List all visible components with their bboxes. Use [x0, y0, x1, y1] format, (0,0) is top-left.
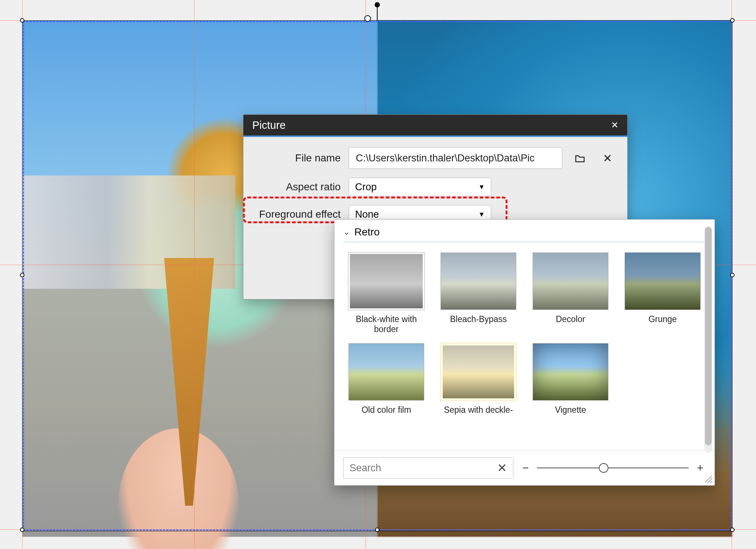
effect-thumbnail [348, 343, 424, 401]
aspect-ratio-dropdown[interactable]: Crop ▼ [349, 178, 491, 196]
effects-popup: ⌄ Retro Black-white with border Bleach-B… [334, 219, 715, 486]
zoom-in-button[interactable]: + [695, 462, 706, 474]
effect-black-white-border[interactable]: Black-white with border [345, 252, 428, 334]
effects-category-title: Retro [354, 226, 379, 238]
effect-label: Decolor [556, 314, 585, 324]
panel-titlebar[interactable]: Picture ✕ [243, 115, 627, 137]
effect-grunge[interactable]: Grunge [621, 252, 704, 334]
effect-label: Vignette [555, 405, 586, 415]
clear-search-icon[interactable]: ✕ [497, 461, 507, 475]
effect-label: Grunge [648, 314, 677, 324]
thumbnail-zoom: − + [520, 462, 706, 474]
effect-thumbnail [348, 252, 424, 310]
aspect-ratio-label: Aspect ratio [254, 181, 341, 193]
filename-label: File name [254, 152, 341, 164]
clear-file-icon[interactable]: ✕ [598, 148, 617, 168]
effect-vignette[interactable]: Vignette [529, 343, 612, 415]
effects-category-header[interactable]: ⌄ Retro [334, 220, 715, 242]
chevron-down-icon: ⌄ [343, 227, 350, 237]
effect-old-color-film[interactable]: Old color film [345, 343, 428, 415]
effect-thumbnail [441, 252, 516, 310]
effect-thumbnail [625, 252, 701, 310]
effects-scrollbar[interactable] [704, 226, 712, 453]
close-icon[interactable]: ✕ [611, 120, 618, 130]
effect-bleach-bypass[interactable]: Bleach-Bypass [437, 252, 520, 334]
effect-label: Black-white with border [345, 314, 428, 334]
effects-grid: Black-white with border Bleach-Bypass De… [334, 245, 715, 450]
filename-input[interactable]: C:\Users\kerstin.thaler\Desktop\Data\Pic [349, 147, 562, 169]
divider [343, 242, 706, 242]
search-input[interactable] [350, 462, 497, 474]
rotation-handle-line [377, 7, 378, 21]
image-hand [118, 428, 239, 549]
effect-decolor[interactable]: Decolor [529, 252, 612, 334]
zoom-slider-knob[interactable] [599, 463, 608, 473]
effect-label: Sepia with deckle- [444, 405, 513, 415]
scrollbar-thumb[interactable] [705, 227, 712, 445]
chevron-down-icon: ▼ [478, 211, 485, 218]
resize-grip-icon[interactable] [705, 476, 712, 483]
aspect-ratio-value: Crop [355, 181, 377, 193]
chevron-down-icon: ▼ [478, 183, 485, 191]
zoom-slider[interactable] [537, 468, 689, 468]
effect-sepia-deckle[interactable]: Sepia with deckle- [437, 343, 520, 415]
zoom-out-button[interactable]: − [520, 462, 531, 474]
foreground-effect-value: None [355, 209, 379, 220]
effect-label: Bleach-Bypass [450, 314, 507, 324]
browse-folder-icon[interactable] [570, 148, 590, 168]
effect-label: Old color film [361, 405, 411, 415]
effects-search[interactable]: ✕ [343, 457, 513, 479]
effect-thumbnail [533, 343, 608, 401]
effect-thumbnail [441, 343, 516, 401]
panel-title-text: Picture [252, 119, 286, 131]
effect-thumbnail [533, 252, 608, 310]
foreground-effect-label: Foreground effect [254, 208, 341, 220]
rotation-handle[interactable] [375, 2, 380, 7]
